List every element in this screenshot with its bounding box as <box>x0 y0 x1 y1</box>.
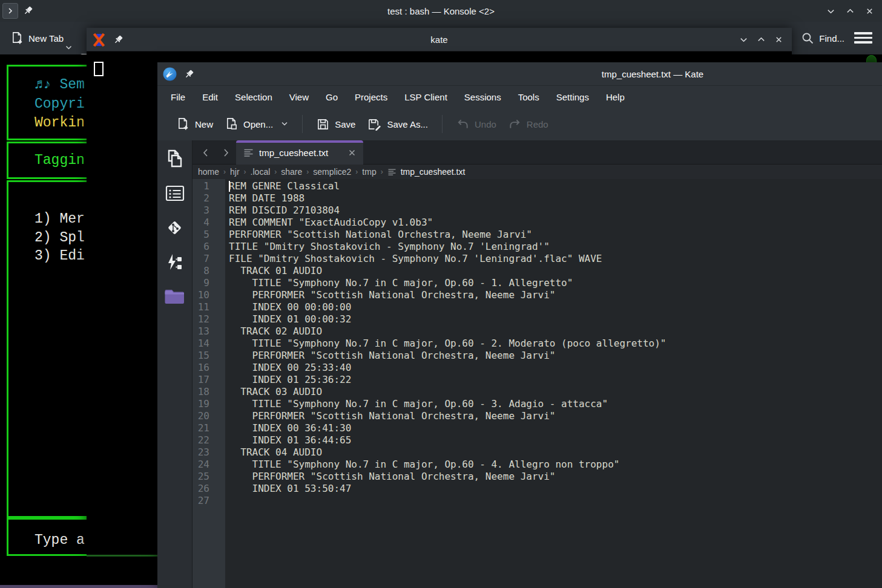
line-text[interactable]: TITLE "Symphony No.7 in C major, Op.60 -… <box>225 338 882 350</box>
kate-sidebar <box>157 140 193 588</box>
breadcrumb-segment[interactable]: tmp_cuesheet.txt <box>385 166 468 177</box>
line-text[interactable]: INDEX 01 25:36:22 <box>225 374 882 386</box>
tui-banner-copyright: Copyri <box>35 96 85 113</box>
menu-lsp-client[interactable]: LSP Client <box>396 88 456 106</box>
document-tab[interactable]: tmp_cuesheet.txt <box>236 140 363 165</box>
line-number: 23 <box>193 446 225 459</box>
minimize-button[interactable] <box>739 35 748 44</box>
editor-line: 9 TITLE "Symphony No.7 in C major, Op.60… <box>193 277 882 289</box>
line-text[interactable]: TRACK 02 AUDIO <box>225 325 882 338</box>
save-as-button[interactable]: Save As... <box>361 113 434 136</box>
line-text[interactable]: PERFORMER "Scottish National Orchestra, … <box>225 289 882 301</box>
konsole-window-controls <box>825 0 875 22</box>
toolbar-separator <box>442 115 443 133</box>
breadcrumb-segment[interactable]: home <box>196 166 222 177</box>
line-text[interactable]: INDEX 00 36:41:30 <box>225 422 882 434</box>
line-text[interactable]: TITLE "Symphony No.7 in C major, Op.60 -… <box>225 277 882 289</box>
breadcrumb-segment[interactable]: share <box>278 166 304 177</box>
kate-launcher-titlebar[interactable]: kate <box>87 28 792 51</box>
sidebar-git-icon[interactable] <box>163 217 187 238</box>
kate-titlebar[interactable]: tmp_cuesheet.txt — Kate <box>157 62 882 86</box>
tab-back-button[interactable] <box>195 140 216 165</box>
editor-view[interactable]: 1REM GENRE Classical2REM DATE 19883REM D… <box>193 179 882 588</box>
editor-line: 17 INDEX 01 25:36:22 <box>193 374 882 386</box>
line-number: 8 <box>193 265 225 277</box>
terminal-cursor-block <box>94 62 104 76</box>
maximize-button[interactable] <box>757 35 766 44</box>
line-number: 4 <box>193 217 225 229</box>
menu-view[interactable]: View <box>281 88 317 106</box>
breadcrumb-segment[interactable]: .local <box>248 166 273 177</box>
menu-file[interactable]: File <box>162 88 194 106</box>
sidebar-symbols-list-icon[interactable] <box>163 182 187 204</box>
hamburger-menu-icon[interactable] <box>854 32 872 44</box>
line-text[interactable]: TRACK 01 AUDIO <box>225 265 882 277</box>
editor-line: 14 TITLE "Symphony No.7 in C major, Op.6… <box>193 338 882 350</box>
undo-button: Undo <box>450 113 502 135</box>
line-text[interactable]: FILE "Dmitry Shostakovich - Symphony No.… <box>225 253 882 265</box>
breadcrumb-segment[interactable]: tmp <box>360 166 378 177</box>
line-text[interactable] <box>225 495 882 507</box>
breadcrumb-segment[interactable]: hjr <box>228 166 242 177</box>
line-text[interactable]: TITLE "Dmitry Shostakovich - Symphony No… <box>225 241 882 253</box>
line-text[interactable]: TITLE "Symphony No.7 in C major, Op.60 -… <box>225 398 882 410</box>
menu-edit[interactable]: Edit <box>194 88 226 106</box>
line-text[interactable]: INDEX 01 00:00:32 <box>225 313 882 325</box>
text-caret <box>229 181 230 192</box>
line-text[interactable]: INDEX 01 36:44:65 <box>225 434 882 446</box>
menu-help[interactable]: Help <box>597 88 633 106</box>
line-text[interactable]: TRACK 03 AUDIO <box>225 386 882 398</box>
menu-settings[interactable]: Settings <box>548 88 597 106</box>
editor-line: 10 PERFORMER "Scottish National Orchestr… <box>193 289 882 301</box>
save-button[interactable]: Save <box>311 113 361 136</box>
line-text[interactable]: INDEX 01 53:50:47 <box>225 483 882 495</box>
chevron-down-icon[interactable] <box>278 122 288 126</box>
menu-go[interactable]: Go <box>317 88 346 106</box>
tab-close-icon[interactable] <box>348 149 356 157</box>
pin-icon[interactable] <box>184 69 194 79</box>
breadcrumb-label: tmp_cuesheet.txt <box>401 167 466 177</box>
maximize-button[interactable] <box>844 5 855 16</box>
line-text[interactable]: REM DATE 1988 <box>225 192 882 204</box>
sidebar-documents-icon[interactable] <box>163 148 187 169</box>
new-tab-button[interactable]: New Tab <box>7 26 67 50</box>
toolbar-button-label: Open... <box>243 119 273 129</box>
minimize-button[interactable] <box>825 5 836 16</box>
line-text[interactable]: TRACK 04 AUDIO <box>225 446 882 459</box>
open-button[interactable]: Open... <box>219 113 294 136</box>
close-button[interactable] <box>774 35 783 44</box>
menu-sessions[interactable]: Sessions <box>456 88 510 106</box>
menu-selection[interactable]: Selection <box>226 88 281 106</box>
find-button[interactable]: Find... <box>801 26 844 50</box>
menu-projects[interactable]: Projects <box>346 88 396 106</box>
line-text[interactable]: INDEX 00 25:33:40 <box>225 362 882 374</box>
breadcrumb: home›hjr›.local›share›semplice2›tmp›tmp_… <box>193 165 882 179</box>
line-text[interactable]: TITLE "Symphony No.7 in C major, Op.60 -… <box>225 459 882 471</box>
line-text[interactable]: REM GENRE Classical <box>225 180 882 192</box>
editor-line: 6TITLE "Dmitry Shostakovich - Symphony N… <box>193 241 882 253</box>
line-number: 22 <box>193 434 225 446</box>
line-text[interactable]: REM COMMENT "ExactAudioCopy v1.0b3" <box>225 217 882 229</box>
line-text[interactable]: INDEX 00 00:00:00 <box>225 301 882 313</box>
editor-line: 3REM DISCID 27103804 <box>193 204 882 217</box>
line-text[interactable]: PERFORMER "Scottish National Orchestra, … <box>225 229 882 241</box>
konsole-titlebar[interactable]: test : bash — Konsole <2> <box>0 0 882 22</box>
line-text[interactable]: PERFORMER "Scottish National Orchestra, … <box>225 350 882 362</box>
line-text[interactable]: REM DISCID 27103804 <box>225 204 882 217</box>
sidebar-lsp-client-icon[interactable] <box>163 251 187 273</box>
menu-tools[interactable]: Tools <box>510 88 548 106</box>
line-text[interactable]: PERFORMER "Scottish National Orchestra, … <box>225 471 882 483</box>
new-button[interactable]: New <box>171 113 219 136</box>
breadcrumb-segment[interactable]: semplice2 <box>311 166 354 177</box>
close-button[interactable] <box>864 5 875 16</box>
redo-icon <box>508 118 521 130</box>
line-number: 17 <box>193 374 225 386</box>
tui-tagging-label: Taggin <box>35 152 85 169</box>
tab-forward-button[interactable] <box>216 140 236 165</box>
sidebar-filesystem-folder-icon[interactable] <box>163 286 187 307</box>
line-number: 19 <box>193 398 225 410</box>
line-text[interactable]: PERFORMER "Scottish National Orchestra, … <box>225 410 882 422</box>
kate-menubar: FileEditSelectionViewGoProjectsLSP Clien… <box>162 86 882 108</box>
line-number: 7 <box>193 253 225 265</box>
editor-line: 5PERFORMER "Scottish National Orchestra,… <box>193 229 882 241</box>
